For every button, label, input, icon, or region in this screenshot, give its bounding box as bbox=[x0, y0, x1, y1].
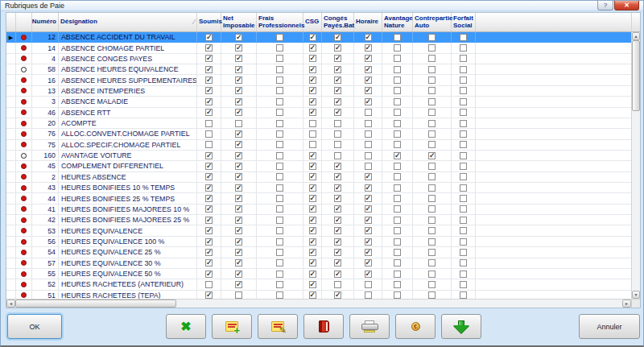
table-row[interactable]: 3ABSENCE MALADIE bbox=[6, 97, 631, 107]
checkbox-unchecked[interactable] bbox=[276, 163, 283, 170]
checkbox-unchecked[interactable] bbox=[460, 195, 467, 202]
checkbox-unchecked[interactable] bbox=[394, 249, 401, 256]
checkbox-unchecked[interactable] bbox=[394, 195, 401, 202]
edit-button[interactable]: ✎ bbox=[258, 314, 298, 339]
table-row[interactable]: 42HEURES BONIFIEES MAJOREES 25 % bbox=[6, 215, 631, 225]
checkbox-unchecked[interactable] bbox=[428, 87, 436, 94]
cancel-button[interactable]: Annuler bbox=[579, 314, 640, 339]
row-selector-cell[interactable]: ▶ bbox=[6, 32, 16, 42]
row-selector-cell[interactable] bbox=[6, 97, 16, 106]
checkbox-unchecked[interactable] bbox=[276, 44, 283, 52]
checkbox-unchecked[interactable] bbox=[394, 44, 401, 52]
checkbox-checked[interactable] bbox=[365, 217, 372, 224]
checkbox-checked[interactable] bbox=[309, 217, 316, 224]
checkbox-unchecked[interactable] bbox=[309, 141, 316, 148]
checkbox-unchecked[interactable] bbox=[428, 291, 436, 299]
checkbox-checked[interactable] bbox=[309, 152, 316, 159]
checkbox-unchecked[interactable] bbox=[394, 259, 401, 266]
checkbox-unchecked[interactable] bbox=[394, 238, 401, 246]
vertical-scroll-track[interactable] bbox=[632, 111, 640, 291]
checkbox-unchecked[interactable] bbox=[309, 130, 316, 138]
checkbox-unchecked[interactable] bbox=[460, 291, 467, 299]
checkbox-checked[interactable] bbox=[334, 66, 341, 73]
table-row[interactable]: 75ALLOC.SPECIF.CHOMAGE PARTIEL bbox=[6, 140, 631, 151]
checkbox-unchecked[interactable] bbox=[428, 44, 436, 52]
checkbox-unchecked[interactable] bbox=[428, 205, 436, 213]
checkbox-checked[interactable] bbox=[235, 249, 242, 256]
checkbox-unchecked[interactable] bbox=[460, 163, 467, 170]
checkbox-unchecked[interactable] bbox=[276, 130, 283, 138]
checkbox-unchecked[interactable] bbox=[276, 98, 283, 105]
checkbox-checked[interactable] bbox=[309, 281, 316, 288]
checkbox-checked[interactable] bbox=[334, 44, 341, 52]
checkbox-checked[interactable] bbox=[235, 238, 242, 246]
ok-button[interactable]: OK bbox=[7, 314, 62, 339]
checkbox-checked[interactable] bbox=[205, 109, 213, 116]
checkbox-checked[interactable] bbox=[309, 227, 316, 234]
checkbox-checked[interactable] bbox=[205, 34, 213, 41]
checkbox-unchecked[interactable] bbox=[276, 249, 283, 256]
horizontal-scrollbar[interactable]: ◄ ► bbox=[6, 299, 631, 308]
checkbox-checked[interactable] bbox=[309, 291, 316, 299]
column-header-conges_payes_bat[interactable]: Congés Payés.Bat bbox=[322, 13, 354, 31]
checkbox-checked[interactable] bbox=[235, 217, 242, 224]
scroll-left-button[interactable]: ◄ bbox=[6, 299, 15, 308]
row-selector-cell[interactable] bbox=[6, 43, 16, 52]
checkbox-unchecked[interactable] bbox=[276, 271, 283, 278]
checkbox-checked[interactable] bbox=[365, 205, 372, 213]
checkbox-unchecked[interactable] bbox=[235, 120, 242, 127]
checkbox-checked[interactable] bbox=[334, 205, 341, 213]
checkbox-checked[interactable] bbox=[309, 205, 316, 213]
euro-button[interactable]: € bbox=[395, 314, 436, 339]
checkbox-unchecked[interactable] bbox=[460, 259, 467, 266]
close-button[interactable]: ✕ bbox=[614, 1, 639, 10]
checkbox-checked[interactable] bbox=[235, 55, 242, 62]
column-header-avantage_nature[interactable]: Avantage Nature bbox=[382, 13, 413, 31]
checkbox-checked[interactable] bbox=[334, 249, 341, 256]
horizontal-scroll-track[interactable] bbox=[176, 299, 622, 308]
table-row[interactable]: 56HEURES EQUIVALENCE 100 % bbox=[6, 237, 631, 247]
table-row[interactable]: 41HEURES BONIFIEES MAJOREES 10 % bbox=[6, 204, 631, 215]
table-row[interactable]: 16ABSENCE HEURES SUPPLEMENTAIRES bbox=[6, 75, 631, 85]
checkbox-checked[interactable] bbox=[205, 291, 213, 299]
row-selector-cell[interactable] bbox=[6, 193, 16, 203]
checkbox-checked[interactable] bbox=[309, 195, 316, 202]
checkbox-unchecked[interactable] bbox=[428, 55, 436, 62]
table-row[interactable]: 57HEURES EQUIVALENCE 30 % bbox=[6, 258, 631, 269]
checkbox-unchecked[interactable] bbox=[334, 130, 341, 138]
checkbox-checked[interactable] bbox=[309, 249, 316, 256]
checkbox-unchecked[interactable] bbox=[394, 184, 401, 192]
checkbox-checked[interactable] bbox=[309, 98, 316, 105]
checkbox-unchecked[interactable] bbox=[394, 205, 401, 213]
checkbox-checked[interactable] bbox=[334, 109, 341, 116]
checkbox-unchecked[interactable] bbox=[276, 195, 283, 202]
checkbox-checked[interactable] bbox=[235, 227, 242, 234]
checkbox-checked[interactable] bbox=[235, 130, 242, 138]
checkbox-unchecked[interactable] bbox=[394, 217, 401, 224]
row-selector-cell[interactable] bbox=[6, 225, 16, 235]
checkbox-checked[interactable] bbox=[205, 195, 213, 202]
checkbox-checked[interactable] bbox=[235, 141, 242, 148]
checkbox-unchecked[interactable] bbox=[205, 130, 213, 138]
checkbox-unchecked[interactable] bbox=[276, 76, 283, 84]
row-selector-cell[interactable] bbox=[6, 247, 16, 257]
checkbox-checked[interactable] bbox=[205, 173, 213, 180]
checkbox-checked[interactable] bbox=[205, 227, 213, 234]
checkbox-unchecked[interactable] bbox=[365, 120, 372, 127]
checkbox-checked[interactable] bbox=[334, 34, 341, 41]
checkbox-unchecked[interactable] bbox=[365, 291, 372, 299]
checkbox-unchecked[interactable] bbox=[460, 76, 467, 84]
checkbox-unchecked[interactable] bbox=[460, 120, 467, 127]
table-row[interactable]: 76ALLOC.CONVENT.CHOMAGE PARTIEL bbox=[6, 129, 631, 139]
checkbox-checked[interactable] bbox=[309, 44, 316, 52]
checkbox-checked[interactable] bbox=[205, 271, 213, 278]
checkbox-unchecked[interactable] bbox=[276, 34, 283, 41]
row-selector-cell[interactable] bbox=[6, 237, 16, 246]
checkbox-unchecked[interactable] bbox=[428, 141, 436, 148]
checkbox-checked[interactable] bbox=[235, 173, 242, 180]
checkbox-checked[interactable] bbox=[205, 66, 213, 73]
checkbox-checked[interactable] bbox=[309, 271, 316, 278]
checkbox-checked[interactable] bbox=[334, 163, 341, 170]
checkbox-unchecked[interactable] bbox=[365, 281, 372, 288]
checkbox-unchecked[interactable] bbox=[428, 109, 436, 116]
